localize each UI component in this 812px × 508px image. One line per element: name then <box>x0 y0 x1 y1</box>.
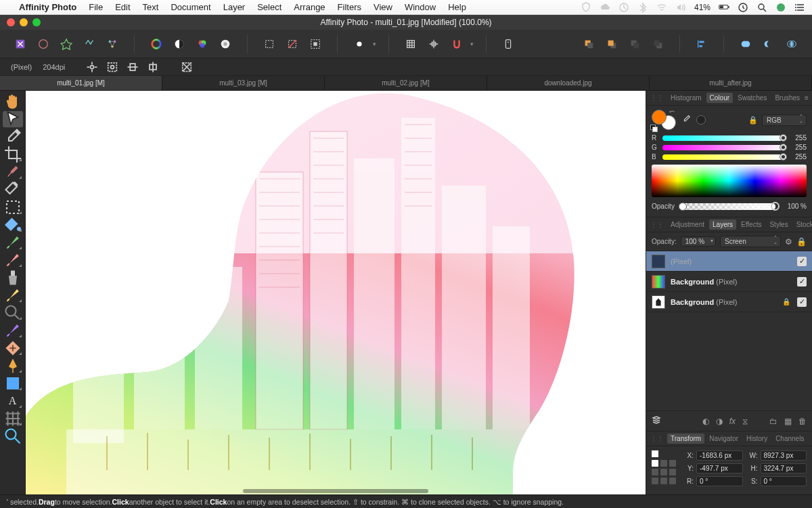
canvas[interactable] <box>26 91 646 494</box>
tab-stock[interactable]: Stock <box>793 219 812 230</box>
menu-view[interactable]: View <box>374 2 392 12</box>
doc-tab-4[interactable]: multi_after.jpg <box>650 76 812 90</box>
menubar-app-name[interactable]: Affinity Photo <box>19 2 76 12</box>
eyedropper-icon[interactable] <box>681 114 691 125</box>
adjustment-icon[interactable]: ◑ <box>716 417 723 426</box>
tab-layers[interactable]: Layers <box>709 219 736 230</box>
align-h-icon[interactable] <box>126 60 139 74</box>
zoom-tool-icon[interactable] <box>3 428 23 444</box>
close-window-button[interactable] <box>7 18 15 26</box>
hue-strip[interactable] <box>652 165 807 197</box>
boolean-add-icon[interactable] <box>736 35 755 54</box>
horizontal-scrollbar[interactable] <box>243 489 429 493</box>
select-all-icon[interactable] <box>260 35 279 54</box>
tab-navigator[interactable]: Navigator <box>706 433 742 444</box>
transform-x-input[interactable]: -1683.6 px <box>696 450 743 461</box>
layer-visible-checkbox[interactable]: ✓ <box>797 257 807 266</box>
persona-develop-icon[interactable] <box>57 35 76 54</box>
maximize-window-button[interactable] <box>32 18 41 26</box>
primary-colour-well[interactable] <box>652 110 667 125</box>
battery-icon[interactable] <box>719 2 729 13</box>
transform-r-input[interactable]: 0 ° <box>696 476 743 486</box>
flood-select-tool-icon[interactable] <box>3 182 23 198</box>
layer-row[interactable]: (Pixel) ✓ <box>646 251 812 272</box>
panel-grip-icon[interactable]: ⋮⋮ <box>650 94 664 102</box>
opacity-slider[interactable] <box>679 203 775 210</box>
colour-picker-tool-icon[interactable] <box>3 129 23 145</box>
tab-colour[interactable]: Colour <box>706 93 733 103</box>
menu-select[interactable]: Select <box>257 2 281 12</box>
arrange-backward-icon[interactable] <box>625 35 644 54</box>
canvas-area[interactable] <box>26 91 646 494</box>
menu-file[interactable]: File <box>89 2 103 12</box>
crop-layer-icon[interactable]: ⧖ <box>742 417 748 426</box>
tab-adjustment[interactable]: Adjustment <box>667 219 708 230</box>
align-icon[interactable] <box>692 35 711 54</box>
healing-brush-tool-icon[interactable] <box>3 340 23 356</box>
list-icon[interactable] <box>794 2 805 13</box>
clone-brush-tool-icon[interactable] <box>3 270 23 286</box>
layer-blend-icon[interactable] <box>652 415 661 427</box>
swap-colours-icon[interactable]: ⤺ <box>669 108 675 115</box>
timemachine-icon[interactable] <box>618 2 629 13</box>
tab-channels[interactable]: Channels <box>772 433 807 444</box>
reset-colours-icon[interactable] <box>650 125 657 131</box>
panel-menu-icon[interactable]: ≡ <box>805 94 809 102</box>
quick-mask-icon[interactable] <box>350 35 369 54</box>
tab-swatches[interactable]: Swatches <box>734 93 770 103</box>
selection-brush-tool-icon[interactable] <box>3 164 23 180</box>
slider-g[interactable]: G255 <box>652 144 807 151</box>
assistant-icon[interactable] <box>499 35 518 54</box>
marquee-tool-icon[interactable] <box>3 199 23 215</box>
shield-icon[interactable] <box>581 2 591 13</box>
transform-y-input[interactable]: -497.7 px <box>696 463 743 473</box>
snapping-dropdown[interactable]: ▾ <box>470 41 474 47</box>
boolean-subtract-icon[interactable] <box>759 35 778 54</box>
soft-proof-icon[interactable] <box>216 35 235 54</box>
snapping-icon[interactable] <box>447 35 466 54</box>
menu-document[interactable]: Document <box>171 2 210 12</box>
erase-brush-tool-icon[interactable] <box>3 252 23 268</box>
tab-transform[interactable]: Transform <box>667 433 704 444</box>
menu-help[interactable]: Help <box>448 2 466 12</box>
arrange-front-icon[interactable] <box>579 35 598 54</box>
boolean-intersect-icon[interactable] <box>782 35 801 54</box>
fill-tool-icon[interactable] <box>3 217 23 233</box>
layer-visible-checkbox[interactable]: ✓ <box>797 277 807 287</box>
layer-thumbnail[interactable] <box>652 255 665 268</box>
channels-icon[interactable] <box>170 35 189 54</box>
clock-icon[interactable] <box>738 2 748 13</box>
panel-grip-icon[interactable]: ⋮⋮ <box>650 435 664 442</box>
delete-layer-icon[interactable]: 🗑 <box>798 417 807 426</box>
colour-mode-select[interactable]: RGB <box>762 114 807 126</box>
slider-b[interactable]: B255 <box>652 153 807 161</box>
pen-tool-icon[interactable] <box>3 358 23 374</box>
menu-layer[interactable]: Layer <box>223 2 246 12</box>
layer-opacity-input[interactable]: 100 % <box>681 236 716 247</box>
layer-row[interactable]: Background (Pixel) ✓ <box>646 272 812 292</box>
panel-grip-icon[interactable]: ⋮⋮ <box>650 221 664 228</box>
shape-tool-icon[interactable] <box>3 375 23 391</box>
tab-styles[interactable]: Styles <box>766 219 791 230</box>
tab-history[interactable]: History <box>743 433 771 444</box>
zoom-region-icon[interactable] <box>3 305 23 321</box>
text-tool-icon[interactable]: A <box>3 393 23 409</box>
layer-row[interactable]: Background (Pixel) 🔒 ✓ <box>646 292 812 312</box>
colour-wells[interactable]: ⤺ <box>652 110 676 130</box>
hand-tool-icon[interactable] <box>3 93 23 110</box>
tab-brushes[interactable]: Brushes <box>771 93 803 103</box>
mask-icon[interactable]: ◐ <box>702 417 709 426</box>
invert-selection-icon[interactable] <box>306 35 325 54</box>
menu-edit[interactable]: Edit <box>115 2 130 12</box>
tab-effects[interactable]: Effects <box>738 219 765 230</box>
mesh-warp-tool-icon[interactable] <box>3 410 23 427</box>
spotlight-icon[interactable] <box>757 2 767 13</box>
layer-thumbnail[interactable] <box>652 295 665 309</box>
doc-tab-3[interactable]: downloaded.jpg <box>487 76 650 90</box>
lock-icon[interactable]: 🔒 <box>748 116 758 125</box>
tab-histogram[interactable]: Histogram <box>667 93 705 103</box>
menu-arrange[interactable]: Arrange <box>294 2 325 12</box>
deselect-icon[interactable] <box>283 35 302 54</box>
layer-thumbnail[interactable] <box>652 275 665 289</box>
siri-icon[interactable] <box>775 2 786 13</box>
